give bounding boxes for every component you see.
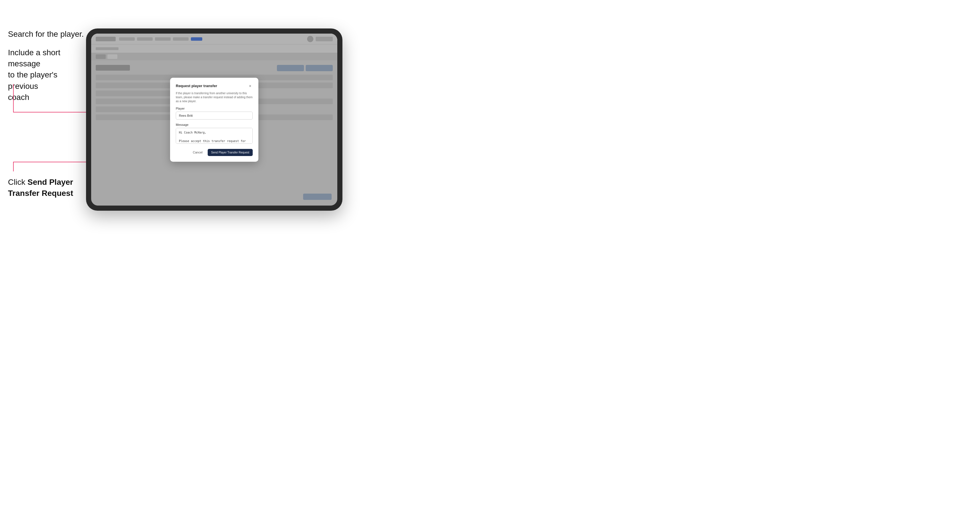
tablet-screen: Request player transfer × If the player … xyxy=(91,33,337,206)
annotation-line-v2 xyxy=(13,162,14,171)
message-label: Message xyxy=(176,123,253,126)
modal-close-button[interactable]: × xyxy=(248,83,253,89)
message-textarea[interactable]: Hi Coach McHarg, Please accept this tran… xyxy=(176,128,253,144)
player-label: Player xyxy=(176,107,253,110)
modal-title-row: Request player transfer × xyxy=(176,83,253,89)
modal-overlay: Request player transfer × If the player … xyxy=(91,33,337,206)
request-transfer-modal: Request player transfer × If the player … xyxy=(170,78,258,162)
player-input[interactable] xyxy=(176,112,253,119)
cancel-button[interactable]: Cancel xyxy=(191,149,205,156)
tablet-frame: Request player transfer × If the player … xyxy=(86,29,342,211)
send-transfer-request-button[interactable]: Send Player Transfer Request xyxy=(208,149,253,156)
modal-description: If the player is transferring from anoth… xyxy=(176,91,253,103)
instruction-message: Include a short messageto the player's p… xyxy=(8,47,85,103)
annotation-line-v1 xyxy=(13,84,14,113)
instruction-click: Click Send Player Transfer Request xyxy=(8,176,85,199)
instruction-search: Search for the player. xyxy=(8,29,84,40)
modal-title: Request player transfer xyxy=(176,84,217,88)
modal-footer: Cancel Send Player Transfer Request xyxy=(176,149,253,156)
